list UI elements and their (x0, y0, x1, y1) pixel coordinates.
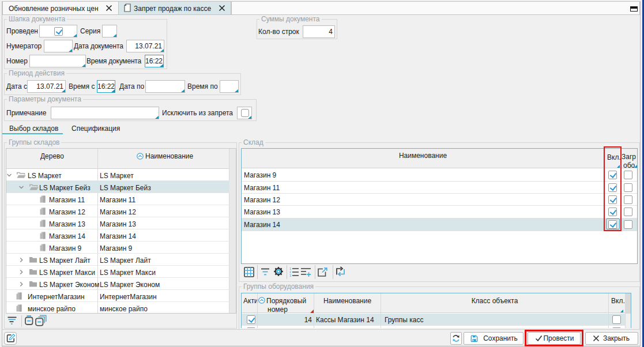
svg-text:3: 3 (289, 274, 291, 277)
